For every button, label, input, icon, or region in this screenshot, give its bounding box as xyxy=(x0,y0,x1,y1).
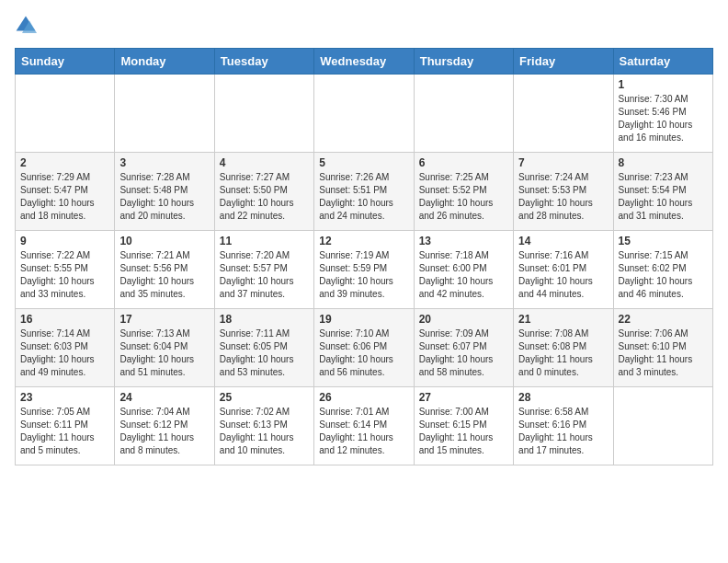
day-cell xyxy=(115,75,214,153)
day-number: 11 xyxy=(220,235,309,247)
day-number: 6 xyxy=(419,156,508,169)
day-cell: 21Sunrise: 7:08 AM Sunset: 6:08 PM Dayli… xyxy=(514,309,613,387)
week-row-3: 9Sunrise: 7:22 AM Sunset: 5:55 PM Daylig… xyxy=(16,231,713,309)
day-cell: 20Sunrise: 7:09 AM Sunset: 6:07 PM Dayli… xyxy=(414,309,513,387)
day-number: 23 xyxy=(20,391,109,404)
day-info: Sunrise: 7:00 AM Sunset: 6:15 PM Dayligh… xyxy=(419,406,508,457)
day-cell: 26Sunrise: 7:01 AM Sunset: 6:14 PM Dayli… xyxy=(314,387,414,465)
day-number: 14 xyxy=(518,235,608,247)
page-header xyxy=(15,15,713,37)
day-cell xyxy=(514,75,613,153)
day-info: Sunrise: 7:16 AM Sunset: 6:01 PM Dayligh… xyxy=(518,249,608,301)
day-info: Sunrise: 7:15 AM Sunset: 6:02 PM Dayligh… xyxy=(619,249,708,301)
week-row-1: 1Sunrise: 7:30 AM Sunset: 5:46 PM Daylig… xyxy=(16,75,713,153)
day-cell: 12Sunrise: 7:19 AM Sunset: 5:59 PM Dayli… xyxy=(314,231,414,309)
day-number: 3 xyxy=(119,156,209,169)
day-cell: 24Sunrise: 7:04 AM Sunset: 6:12 PM Dayli… xyxy=(115,387,214,465)
day-info: Sunrise: 7:25 AM Sunset: 5:52 PM Dayligh… xyxy=(419,171,508,223)
day-cell: 23Sunrise: 7:05 AM Sunset: 6:11 PM Dayli… xyxy=(16,387,115,465)
day-info: Sunrise: 7:26 AM Sunset: 5:51 PM Dayligh… xyxy=(319,171,408,223)
day-info: Sunrise: 7:21 AM Sunset: 5:56 PM Dayligh… xyxy=(119,249,209,301)
day-number: 7 xyxy=(518,156,608,169)
day-cell: 6Sunrise: 7:25 AM Sunset: 5:52 PM Daylig… xyxy=(414,153,513,231)
day-info: Sunrise: 7:18 AM Sunset: 6:00 PM Dayligh… xyxy=(419,249,508,301)
day-info: Sunrise: 7:30 AM Sunset: 5:46 PM Dayligh… xyxy=(619,93,708,144)
logo xyxy=(15,15,40,37)
day-info: Sunrise: 7:27 AM Sunset: 5:50 PM Dayligh… xyxy=(220,171,309,223)
day-info: Sunrise: 7:08 AM Sunset: 6:08 PM Dayligh… xyxy=(518,327,608,379)
day-info: Sunrise: 7:01 AM Sunset: 6:14 PM Dayligh… xyxy=(319,406,408,457)
week-row-2: 2Sunrise: 7:29 AM Sunset: 5:47 PM Daylig… xyxy=(16,153,713,231)
day-cell: 19Sunrise: 7:10 AM Sunset: 6:06 PM Dayli… xyxy=(314,309,414,387)
weekday-header-thursday: Thursday xyxy=(414,49,513,75)
weekday-header-tuesday: Tuesday xyxy=(214,49,313,75)
day-number: 13 xyxy=(419,235,508,247)
day-cell: 11Sunrise: 7:20 AM Sunset: 5:57 PM Dayli… xyxy=(214,231,313,309)
day-info: Sunrise: 7:11 AM Sunset: 6:05 PM Dayligh… xyxy=(220,327,309,379)
day-info: Sunrise: 7:06 AM Sunset: 6:10 PM Dayligh… xyxy=(619,327,708,379)
day-info: Sunrise: 7:14 AM Sunset: 6:03 PM Dayligh… xyxy=(20,327,109,379)
day-number: 20 xyxy=(419,313,508,326)
day-cell: 2Sunrise: 7:29 AM Sunset: 5:47 PM Daylig… xyxy=(16,153,115,231)
day-cell: 3Sunrise: 7:28 AM Sunset: 5:48 PM Daylig… xyxy=(115,153,214,231)
weekday-header-friday: Friday xyxy=(514,49,613,75)
day-cell xyxy=(314,75,414,153)
day-info: Sunrise: 7:09 AM Sunset: 6:07 PM Dayligh… xyxy=(419,327,508,379)
day-info: Sunrise: 7:13 AM Sunset: 6:04 PM Dayligh… xyxy=(119,327,209,379)
day-cell: 22Sunrise: 7:06 AM Sunset: 6:10 PM Dayli… xyxy=(613,309,712,387)
day-number: 5 xyxy=(319,156,408,169)
day-number: 9 xyxy=(20,235,109,247)
day-cell: 10Sunrise: 7:21 AM Sunset: 5:56 PM Dayli… xyxy=(115,231,214,309)
day-info: Sunrise: 7:04 AM Sunset: 6:12 PM Dayligh… xyxy=(119,406,209,457)
day-cell: 8Sunrise: 7:23 AM Sunset: 5:54 PM Daylig… xyxy=(613,153,712,231)
day-cell: 5Sunrise: 7:26 AM Sunset: 5:51 PM Daylig… xyxy=(314,153,414,231)
day-number: 26 xyxy=(319,391,408,404)
day-number: 18 xyxy=(220,313,309,326)
day-info: Sunrise: 6:58 AM Sunset: 6:16 PM Dayligh… xyxy=(518,406,608,457)
day-number: 8 xyxy=(619,156,708,169)
day-number: 4 xyxy=(220,156,309,169)
calendar-table: SundayMondayTuesdayWednesdayThursdayFrid… xyxy=(15,48,713,465)
day-cell xyxy=(414,75,513,153)
day-cell: 1Sunrise: 7:30 AM Sunset: 5:46 PM Daylig… xyxy=(613,75,712,153)
day-number: 25 xyxy=(220,391,309,404)
day-cell xyxy=(214,75,313,153)
day-number: 12 xyxy=(319,235,408,247)
weekday-header-saturday: Saturday xyxy=(613,49,712,75)
day-info: Sunrise: 7:05 AM Sunset: 6:11 PM Dayligh… xyxy=(20,406,109,457)
day-cell: 27Sunrise: 7:00 AM Sunset: 6:15 PM Dayli… xyxy=(414,387,513,465)
day-number: 15 xyxy=(619,235,708,247)
day-cell: 16Sunrise: 7:14 AM Sunset: 6:03 PM Dayli… xyxy=(16,309,115,387)
day-number: 1 xyxy=(619,78,708,91)
day-cell xyxy=(16,75,115,153)
day-number: 28 xyxy=(518,391,608,404)
day-number: 22 xyxy=(619,313,708,326)
weekday-header-sunday: Sunday xyxy=(16,49,115,75)
day-cell: 25Sunrise: 7:02 AM Sunset: 6:13 PM Dayli… xyxy=(214,387,313,465)
day-number: 17 xyxy=(119,313,209,326)
day-info: Sunrise: 7:23 AM Sunset: 5:54 PM Dayligh… xyxy=(619,171,708,223)
day-cell: 9Sunrise: 7:22 AM Sunset: 5:55 PM Daylig… xyxy=(16,231,115,309)
day-cell: 4Sunrise: 7:27 AM Sunset: 5:50 PM Daylig… xyxy=(214,153,313,231)
day-number: 21 xyxy=(518,313,608,326)
weekday-header-monday: Monday xyxy=(115,49,214,75)
weekday-header-row: SundayMondayTuesdayWednesdayThursdayFrid… xyxy=(16,49,713,75)
day-info: Sunrise: 7:20 AM Sunset: 5:57 PM Dayligh… xyxy=(220,249,309,301)
day-cell: 13Sunrise: 7:18 AM Sunset: 6:00 PM Dayli… xyxy=(414,231,513,309)
day-cell: 18Sunrise: 7:11 AM Sunset: 6:05 PM Dayli… xyxy=(214,309,313,387)
day-info: Sunrise: 7:29 AM Sunset: 5:47 PM Dayligh… xyxy=(20,171,109,223)
week-row-4: 16Sunrise: 7:14 AM Sunset: 6:03 PM Dayli… xyxy=(16,309,713,387)
weekday-header-wednesday: Wednesday xyxy=(314,49,414,75)
logo-icon xyxy=(15,15,37,37)
day-cell: 14Sunrise: 7:16 AM Sunset: 6:01 PM Dayli… xyxy=(514,231,613,309)
day-info: Sunrise: 7:10 AM Sunset: 6:06 PM Dayligh… xyxy=(319,327,408,379)
day-number: 10 xyxy=(119,235,209,247)
day-number: 19 xyxy=(319,313,408,326)
day-cell: 28Sunrise: 6:58 AM Sunset: 6:16 PM Dayli… xyxy=(514,387,613,465)
day-cell: 15Sunrise: 7:15 AM Sunset: 6:02 PM Dayli… xyxy=(613,231,712,309)
day-number: 27 xyxy=(419,391,508,404)
day-info: Sunrise: 7:28 AM Sunset: 5:48 PM Dayligh… xyxy=(119,171,209,223)
day-info: Sunrise: 7:02 AM Sunset: 6:13 PM Dayligh… xyxy=(220,406,309,457)
day-number: 24 xyxy=(119,391,209,404)
day-number: 2 xyxy=(20,156,109,169)
